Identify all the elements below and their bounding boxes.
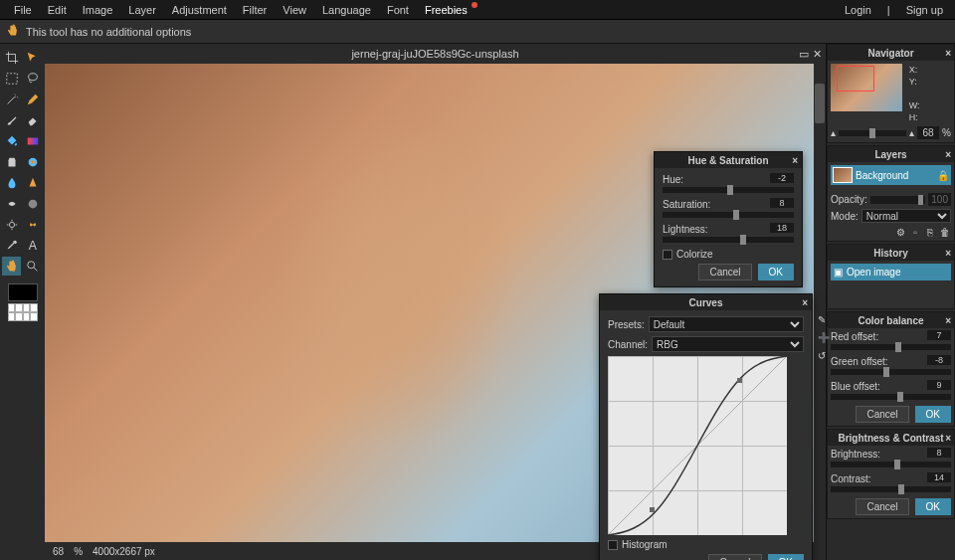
colorize-label: Colorize: [676, 249, 713, 260]
brightness-contrast-title: Brightness & Contrast: [838, 433, 943, 444]
blend-mode-select[interactable]: Normal: [861, 209, 951, 223]
crop-tool[interactable]: [2, 48, 21, 67]
hue-saturation-title: Hue & Saturation: [687, 155, 768, 166]
ok-button[interactable]: OK: [915, 406, 951, 423]
sharpen-tool[interactable]: [23, 173, 42, 192]
navigator-coords: X:Y: W:H:: [909, 64, 920, 123]
navigator-thumbnail[interactable]: [831, 64, 902, 111]
toolbox: A: [0, 44, 45, 560]
close-icon[interactable]: ✕: [813, 48, 822, 61]
smudge-tool[interactable]: [2, 194, 21, 213]
hue-value: -2: [770, 173, 794, 183]
marquee-tool[interactable]: [2, 69, 21, 88]
layer-item[interactable]: Background 🔒: [831, 165, 951, 185]
swatch-palette[interactable]: [8, 303, 38, 321]
close-icon[interactable]: ×: [945, 48, 951, 59]
hue-slider[interactable]: [663, 187, 794, 193]
red-value: 7: [927, 330, 951, 340]
gradient-tool[interactable]: [23, 131, 42, 150]
close-icon[interactable]: ×: [945, 149, 951, 160]
menu-edit[interactable]: Edit: [40, 1, 75, 19]
blue-slider[interactable]: [831, 394, 951, 400]
red-slider[interactable]: [831, 344, 951, 350]
menu-font[interactable]: Font: [379, 1, 417, 19]
text-tool[interactable]: A: [23, 236, 42, 255]
history-item[interactable]: ▣ Open image: [831, 264, 951, 280]
zoom-out-icon[interactable]: ▴: [831, 127, 836, 138]
eraser-tool[interactable]: [23, 110, 42, 129]
close-icon[interactable]: ×: [802, 297, 808, 308]
move-tool[interactable]: [23, 48, 42, 67]
login-link[interactable]: Login: [839, 1, 877, 19]
ok-button[interactable]: OK: [758, 264, 794, 280]
history-label: Open image: [847, 267, 900, 278]
brush-tool[interactable]: [2, 110, 21, 129]
sponge-tool[interactable]: [23, 194, 42, 213]
minimize-icon[interactable]: ▭: [799, 48, 809, 61]
layer-name: Background: [856, 170, 908, 181]
options-bar: This tool has no additional options: [0, 20, 955, 44]
signup-link[interactable]: Sign up: [900, 1, 949, 19]
burn-tool[interactable]: [23, 215, 42, 234]
ok-button[interactable]: OK: [768, 554, 804, 560]
zoom-in-icon[interactable]: ▴: [909, 127, 914, 138]
presets-select[interactable]: Default: [649, 316, 804, 332]
ok-button[interactable]: OK: [915, 498, 951, 515]
lightness-slider[interactable]: [663, 237, 794, 243]
eyedropper-tool[interactable]: [2, 236, 21, 255]
blur-tool[interactable]: [2, 173, 21, 192]
channel-select[interactable]: RBG: [652, 336, 804, 352]
histogram-checkbox[interactable]: [608, 540, 618, 550]
zoom-tool[interactable]: [23, 257, 42, 276]
colorize-checkbox[interactable]: [663, 250, 672, 260]
curve-reset-icon[interactable]: ↺: [818, 350, 830, 362]
clone-tool[interactable]: [2, 152, 21, 171]
history-title: History: [873, 248, 907, 259]
menu-freebies[interactable]: Freebies: [417, 1, 476, 19]
menu-file[interactable]: File: [6, 1, 40, 19]
new-layer-icon[interactable]: ▫: [909, 226, 921, 238]
settings-icon[interactable]: ⚙: [894, 226, 906, 238]
lasso-tool[interactable]: [23, 69, 42, 88]
duplicate-icon[interactable]: ⎘: [924, 226, 936, 238]
curve-pen-icon[interactable]: ✎: [818, 314, 830, 326]
close-icon[interactable]: ×: [945, 315, 951, 326]
foreground-color[interactable]: [8, 283, 38, 301]
opacity-slider[interactable]: [870, 196, 926, 204]
menu-layer[interactable]: Layer: [120, 1, 164, 19]
hand-tool[interactable]: [2, 257, 21, 276]
color-balance-title: Color balance: [858, 315, 923, 326]
pencil-tool[interactable]: [23, 90, 42, 108]
curve-add-icon[interactable]: ➕: [818, 332, 830, 344]
menu-filter[interactable]: Filter: [235, 1, 275, 19]
curves-graph[interactable]: [608, 356, 787, 535]
saturation-slider[interactable]: [663, 212, 794, 218]
close-icon[interactable]: ×: [945, 433, 951, 444]
dodge-tool[interactable]: [2, 215, 21, 234]
menu-language[interactable]: Language: [314, 1, 379, 19]
close-icon[interactable]: ×: [792, 155, 798, 166]
svg-point-4: [31, 160, 35, 164]
zoom-slider[interactable]: [839, 130, 906, 136]
menu-image[interactable]: Image: [75, 1, 121, 19]
contrast-slider[interactable]: [831, 486, 951, 492]
trash-icon[interactable]: 🗑: [939, 226, 951, 238]
close-icon[interactable]: ×: [945, 248, 951, 259]
cancel-button[interactable]: Cancel: [856, 406, 908, 423]
cancel-button[interactable]: Cancel: [856, 498, 908, 515]
menu-adjustment[interactable]: Adjustment: [164, 1, 235, 19]
lock-icon[interactable]: 🔒: [937, 170, 949, 181]
canvas-filename: jernej-graj-juJOE58s9Gc-unsplash: [351, 48, 518, 60]
bucket-tool[interactable]: [2, 131, 21, 150]
layers-panel: Layers× Background 🔒 Opacity: 100 Mode:: [827, 145, 955, 242]
wand-tool[interactable]: [2, 90, 21, 108]
menu-view[interactable]: View: [275, 1, 314, 19]
svg-rect-10: [737, 378, 742, 383]
cancel-button[interactable]: Cancel: [698, 264, 751, 280]
colorreplace-tool[interactable]: [23, 152, 42, 171]
svg-point-5: [28, 199, 37, 208]
brightness-slider[interactable]: [831, 462, 951, 467]
green-slider[interactable]: [831, 369, 951, 375]
cancel-button[interactable]: Cancel: [708, 554, 761, 560]
vertical-scrollbar[interactable]: [814, 64, 826, 542]
